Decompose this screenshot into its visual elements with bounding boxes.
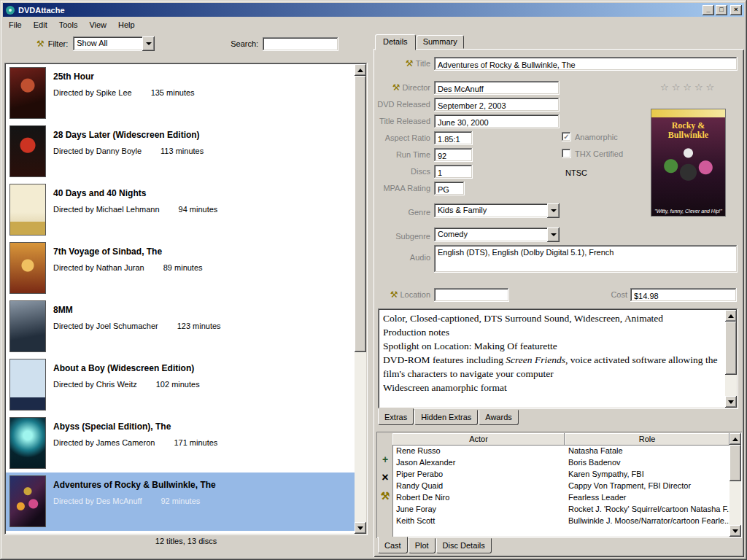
thx-certified-label: THX Certified bbox=[575, 149, 623, 158]
menu-view[interactable]: View bbox=[83, 18, 112, 31]
movie-director: Directed by Joel Schumacher bbox=[53, 322, 158, 330]
scroll-thumb[interactable] bbox=[725, 322, 737, 375]
title-input[interactable] bbox=[434, 57, 738, 71]
tab-details[interactable]: Details bbox=[375, 34, 416, 50]
movie-list-item[interactable]: 7th Voyage of Sinbad, The Directed by Na… bbox=[6, 239, 355, 298]
cast-actor: Randy Quaid bbox=[392, 481, 565, 492]
remove-cast-button[interactable]: × bbox=[379, 472, 391, 483]
tab-extras[interactable]: Extras bbox=[378, 408, 414, 425]
thx-certified-checkbox[interactable] bbox=[562, 149, 571, 158]
tab-summary[interactable]: Summary bbox=[417, 35, 464, 49]
tab-hidden-extras[interactable]: Hidden Extras bbox=[414, 410, 478, 425]
movie-director: Directed by Nathan Juran bbox=[53, 263, 144, 272]
cast-row[interactable]: June ForayRocket J. 'Rocky' Squirrel/car… bbox=[392, 504, 729, 516]
mpaa-rating-input[interactable] bbox=[434, 182, 465, 195]
menu-file[interactable]: File bbox=[3, 18, 28, 31]
scroll-down-icon[interactable] bbox=[355, 522, 366, 534]
scroll-down-icon[interactable] bbox=[725, 396, 737, 408]
genre-dropdown[interactable]: Kids & Family bbox=[434, 203, 560, 218]
genre-label: Genre bbox=[408, 208, 430, 217]
run-time-input[interactable] bbox=[434, 148, 473, 162]
movie-list-item[interactable]: About a Boy (Widescreen Edition) Directe… bbox=[6, 356, 355, 414]
extras-notes-box[interactable]: Color, Closed-captioned, DTS Surround So… bbox=[378, 308, 738, 409]
titlebar[interactable]: DVDAttache _ □ × bbox=[3, 3, 744, 17]
minimize-button[interactable]: _ bbox=[703, 5, 714, 15]
tab-awards[interactable]: Awards bbox=[479, 410, 518, 425]
cast-row[interactable]: Jason AlexanderBoris Badenov bbox=[392, 457, 729, 469]
cast-role: Rocket J. 'Rocky' Squirrel/cartoon Natas… bbox=[565, 504, 729, 516]
movie-list-item[interactable]: 28 Days Later (Widescreen Edition) Direc… bbox=[6, 122, 355, 181]
cover-figures bbox=[657, 144, 719, 192]
movie-title: 7th Voyage of Sinbad, The bbox=[53, 246, 203, 257]
movie-title: Adventures of Rocky & Bullwinkle, The bbox=[53, 480, 216, 490]
movie-cover-thumbnail bbox=[9, 300, 46, 352]
movie-list-items: 25th Hour Directed by Spike Lee135 minut… bbox=[6, 64, 355, 534]
movie-list[interactable]: 25th Hour Directed by Spike Lee135 minut… bbox=[4, 63, 368, 535]
notes-scrollbar[interactable] bbox=[725, 310, 737, 408]
movie-list-item-selected[interactable]: Adventures of Rocky & Bullwinkle, The Di… bbox=[6, 472, 355, 531]
search-input[interactable] bbox=[263, 37, 338, 51]
movie-list-item[interactable]: 25th Hour Directed by Spike Lee135 minut… bbox=[6, 64, 355, 122]
subgenre-dropdown[interactable]: Comedy bbox=[434, 228, 560, 242]
tab-cast[interactable]: Cast bbox=[378, 537, 408, 553]
cast-row[interactable]: Rene RussoNatasha Fatale bbox=[392, 446, 729, 457]
cast-role: Fearless Leader bbox=[565, 492, 729, 504]
cast-scrollbar[interactable] bbox=[729, 433, 741, 537]
actor-column-header[interactable]: Actor bbox=[392, 433, 565, 446]
movie-list-item[interactable]: Abyss (Special Edition), The Directed by… bbox=[6, 414, 355, 472]
movie-cover-thumbnail bbox=[9, 67, 46, 119]
scroll-track[interactable] bbox=[729, 445, 741, 525]
scroll-up-icon[interactable] bbox=[355, 64, 366, 76]
movie-list-item[interactable]: 40 Days and 40 Nights Directed by Michae… bbox=[6, 181, 355, 239]
details-tabstrip: Details Summary bbox=[375, 34, 465, 50]
menu-edit[interactable]: Edit bbox=[28, 18, 53, 31]
add-cast-button[interactable]: + bbox=[379, 454, 391, 465]
scroll-thumb[interactable] bbox=[729, 445, 741, 481]
cast-row[interactable]: Robert De NiroFearless Leader bbox=[392, 492, 729, 504]
run-time-label: Run Time bbox=[396, 150, 430, 159]
movie-list-scrollbar[interactable] bbox=[355, 64, 366, 534]
cost-input[interactable] bbox=[630, 288, 737, 302]
cast-row[interactable]: Keith ScottBullwinkle J. Moose/Narrator/… bbox=[392, 516, 729, 527]
dvd-released-label: DVD Released bbox=[377, 100, 430, 109]
close-button[interactable]: × bbox=[730, 5, 742, 15]
scroll-track[interactable] bbox=[355, 76, 366, 522]
role-column-header[interactable]: Role bbox=[565, 433, 729, 446]
aspect-ratio-input[interactable] bbox=[434, 131, 473, 145]
movie-cover-thumbnail bbox=[9, 242, 46, 294]
menu-help[interactable]: Help bbox=[112, 18, 141, 31]
scroll-thumb[interactable] bbox=[355, 76, 366, 352]
scroll-up-icon[interactable] bbox=[725, 310, 737, 322]
movie-list-item[interactable]: 8MM Directed by Joel Schumacher123 minut… bbox=[6, 298, 355, 356]
scroll-track[interactable] bbox=[725, 322, 737, 396]
anamorphic-checkbox[interactable]: ✓ bbox=[562, 132, 571, 141]
filter-dropdown[interactable]: Show All bbox=[73, 36, 155, 51]
edit-cast-button[interactable]: ⚒ bbox=[379, 490, 391, 502]
title-released-input[interactable] bbox=[434, 114, 560, 128]
menu-tools[interactable]: Tools bbox=[53, 18, 84, 31]
cast-actor: Jason Alexander bbox=[392, 457, 565, 469]
tab-disc-details[interactable]: Disc Details bbox=[436, 538, 492, 553]
cast-row[interactable]: Randy QuaidCappy Von Trapment, FBI Direc… bbox=[392, 481, 729, 492]
maximize-button[interactable]: □ bbox=[716, 5, 727, 15]
location-input[interactable] bbox=[434, 288, 509, 302]
cast-actor: Robert De Niro bbox=[392, 492, 565, 504]
movie-director: Directed by Danny Boyle bbox=[53, 147, 142, 155]
cast-panel: + × ⚒ Actor Role Rene RussoNatasha Fatal… bbox=[376, 432, 742, 538]
star-rating[interactable]: ☆☆☆☆☆ bbox=[660, 82, 717, 93]
discs-input[interactable] bbox=[434, 165, 473, 179]
location-tools-icon: ⚒ bbox=[390, 290, 398, 299]
title-tools-icon: ⚒ bbox=[406, 59, 414, 68]
filter-toolbar: ⚒ Filter: Show All Search: bbox=[6, 35, 368, 52]
subgenre-value: Comedy bbox=[434, 228, 547, 242]
audio-field[interactable]: English (DTS), English (Dolby Digital 5.… bbox=[434, 245, 738, 273]
audio-label: Audio bbox=[410, 253, 430, 262]
director-input[interactable] bbox=[434, 81, 560, 95]
cast-role: Natasha Fatale bbox=[565, 446, 729, 457]
tab-plot[interactable]: Plot bbox=[409, 538, 436, 553]
scroll-down-icon[interactable] bbox=[729, 525, 741, 537]
cast-row[interactable]: Piper PeraboKaren Sympathy, FBI bbox=[392, 469, 729, 481]
movie-director: Directed by James Cameron bbox=[53, 438, 155, 447]
dvd-released-input[interactable] bbox=[434, 98, 560, 112]
scroll-up-icon[interactable] bbox=[729, 433, 741, 445]
